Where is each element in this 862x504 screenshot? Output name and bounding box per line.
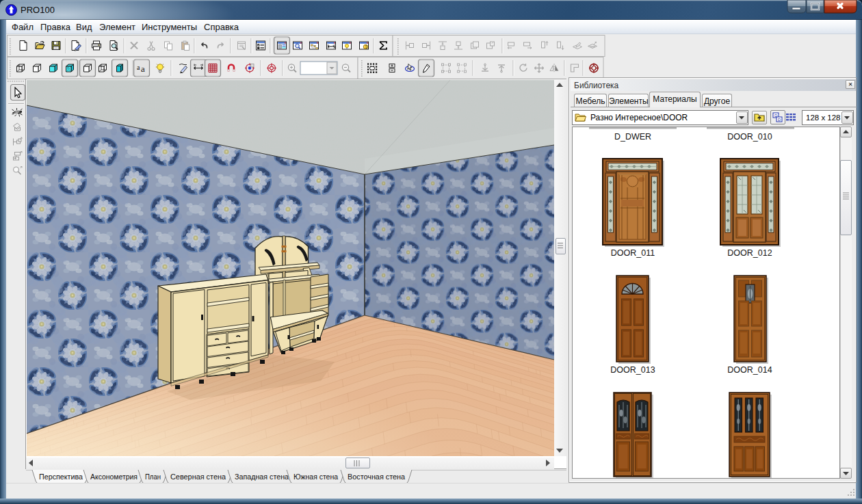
svg-text:a: a [137,64,140,71]
svg-text:DOOR_011: DOOR_011 [611,248,655,258]
svg-text:Восточная стена: Восточная стена [348,473,405,481]
svg-text:Южная стена: Южная стена [293,473,338,481]
svg-text:DOOR_012: DOOR_012 [727,248,772,258]
svg-text:Аксонометрия: Аксонометрия [90,473,138,481]
svg-text:План: План [145,473,161,481]
svg-text:D: D [778,118,781,122]
svg-text:Западная стена: Западная стена [235,473,289,481]
svg-text:DOOR_014: DOOR_014 [727,365,772,375]
svg-text:1: 1 [365,44,367,49]
svg-text:DOOR_013: DOOR_013 [610,365,655,375]
svg-text:Северная стена: Северная стена [170,473,226,481]
svg-text:DOOR_010: DOOR_010 [727,132,772,142]
svg-text:Перспектива: Перспектива [39,473,83,481]
svg-text:D_DWER: D_DWER [614,132,651,142]
svg-text:a: a [141,64,145,74]
